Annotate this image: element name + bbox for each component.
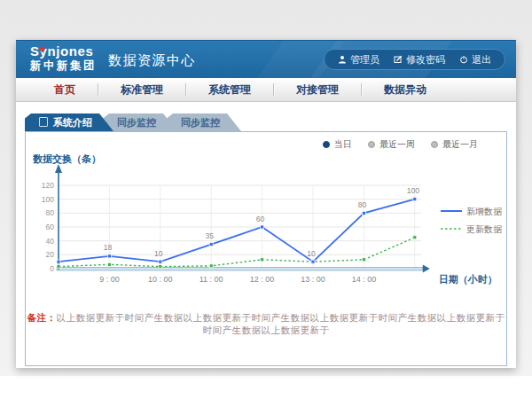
document-icon xyxy=(39,117,48,127)
y-tick-label: 40 xyxy=(46,237,55,246)
data-point-label: 18 xyxy=(104,243,113,252)
power-icon xyxy=(459,55,468,64)
time-filter-0[interactable]: 当日 xyxy=(323,138,352,151)
nav-item-3[interactable]: 对接管理 xyxy=(274,78,361,101)
time-filter-1[interactable]: 最近一周 xyxy=(368,138,415,151)
data-point xyxy=(209,243,213,246)
chart-legend: 新增数据更新数据 xyxy=(441,207,503,234)
x-tick-label: 10 : 00 xyxy=(148,275,173,284)
y-tick-label: 100 xyxy=(42,195,54,204)
data-point xyxy=(362,211,365,215)
data-point xyxy=(107,262,111,266)
series-line xyxy=(59,238,415,267)
y-tick-label: 20 xyxy=(46,250,55,259)
legend-item-0[interactable]: 新增数据 xyxy=(441,207,503,216)
user-name: 管理员 xyxy=(350,53,379,66)
user-toolbar: 管理员 修改密码 退出 xyxy=(324,49,505,70)
time-filter-label: 当日 xyxy=(334,138,352,151)
app-header: Synjones 新中新集团 数据资源中心 管理员 修改密码 xyxy=(16,40,516,78)
tab-label: 同步监控 xyxy=(117,117,156,128)
x-tick-label: 13 : 00 xyxy=(301,275,325,284)
legend-label: 新增数据 xyxy=(466,207,503,216)
nav-item-0[interactable]: 首页 xyxy=(32,78,98,101)
data-point xyxy=(261,225,264,229)
footnote-label: 备注： xyxy=(27,312,57,323)
tab-2[interactable]: 同步监控 xyxy=(167,113,241,131)
main-nav: 首页标准管理系统管理对接管理数据异动 xyxy=(16,78,516,102)
data-point-label: 35 xyxy=(205,231,214,240)
data-point xyxy=(413,198,417,201)
change-password-button[interactable]: 修改密码 xyxy=(394,53,445,66)
x-axis-title: 日期（小时） xyxy=(439,274,497,286)
radio-icon xyxy=(323,141,330,148)
data-point xyxy=(159,260,162,263)
logout-button[interactable]: 退出 xyxy=(459,53,491,66)
series-新增数据: 181035601080100 xyxy=(57,186,419,263)
x-axis xyxy=(57,268,423,271)
legend-label: 更新数据 xyxy=(466,224,503,234)
y-tick-label: 80 xyxy=(46,208,55,217)
time-filter-label: 最近一周 xyxy=(379,138,415,151)
user-menu[interactable]: 管理员 xyxy=(338,53,379,66)
user-icon xyxy=(338,55,347,64)
radio-icon xyxy=(431,141,438,148)
time-filter-group: 当日最近一周最近一月 xyxy=(323,138,478,151)
data-point xyxy=(159,265,162,269)
data-point-label: 10 xyxy=(307,249,316,258)
tab-0[interactable]: 系统介绍 xyxy=(25,113,113,131)
y-axis-arrow-icon xyxy=(55,164,62,173)
app-window: Synjones 新中新集团 数据资源中心 管理员 修改密码 xyxy=(16,40,516,368)
y-tick-label: 60 xyxy=(46,223,55,231)
brand-company: 新中新集团 xyxy=(30,60,97,73)
footnote-text: 以上数据更新于时间产生数据以上数据更新于时间产生数据以上数据更新于时间产生数据以… xyxy=(57,312,505,335)
time-filter-label: 最近一月 xyxy=(442,138,478,151)
data-point xyxy=(57,265,60,269)
data-point xyxy=(311,260,315,263)
tab-label: 系统介绍 xyxy=(53,117,92,128)
logout-label: 退出 xyxy=(472,53,491,66)
data-point-label: 100 xyxy=(407,186,419,195)
data-point xyxy=(362,258,365,262)
y-tick-label: 0 xyxy=(50,264,54,273)
x-tick-label: 14 : 00 xyxy=(352,275,377,284)
x-axis-arrow-icon xyxy=(423,265,430,273)
data-point xyxy=(261,258,264,262)
change-password-label: 修改密码 xyxy=(406,53,445,66)
x-tick-label: 12 : 00 xyxy=(250,275,275,284)
nav-item-4[interactable]: 数据异动 xyxy=(362,78,449,101)
data-point-label: 80 xyxy=(358,200,367,209)
x-tick-label: 9 : 00 xyxy=(99,275,120,284)
radio-icon xyxy=(368,141,375,148)
tab-label: 同步监控 xyxy=(181,117,220,128)
nav-item-2[interactable]: 系统管理 xyxy=(186,78,273,101)
tab-bar: 系统介绍同步监控同步监控 xyxy=(25,113,231,131)
x-tick-label: 11 : 00 xyxy=(200,275,223,284)
legend-item-1[interactable]: 更新数据 xyxy=(441,224,503,234)
tab-1[interactable]: 同步监控 xyxy=(103,113,177,131)
footnote: 备注：以上数据更新于时间产生数据以上数据更新于时间产生数据以上数据更新于时间产生… xyxy=(26,312,506,337)
data-point xyxy=(413,236,417,239)
data-point xyxy=(209,264,213,268)
data-point xyxy=(57,260,60,263)
data-point-label: 60 xyxy=(256,215,265,223)
data-point xyxy=(107,254,111,258)
chart-panel: 0204060801001209 : 0010 : 0011 : 0012 : … xyxy=(25,131,507,366)
time-filter-2[interactable]: 最近一月 xyxy=(431,138,478,151)
data-point-label: 10 xyxy=(154,249,163,258)
y-axis-title: 数据交换（条） xyxy=(32,153,101,165)
nav-item-1[interactable]: 标准管理 xyxy=(98,78,185,101)
page-title: 数据资源中心 xyxy=(108,52,196,69)
brand-logo: Synjones 新中新集团 xyxy=(30,44,97,72)
y-tick-label: 120 xyxy=(42,181,54,190)
edit-icon xyxy=(394,55,403,64)
